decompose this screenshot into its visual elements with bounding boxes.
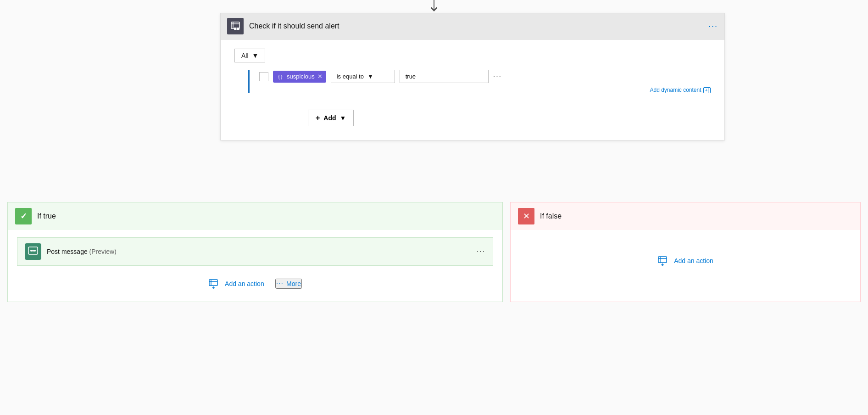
more-label: More: [286, 280, 301, 287]
svg-point-7: [30, 250, 32, 252]
operator-dropdown[interactable]: is equal to ▼: [331, 70, 395, 83]
operator-chevron: ▼: [367, 73, 373, 80]
tag-pill-label: suspicious: [287, 73, 315, 80]
condition-row-main: {} suspicious ✕ is equal to ▼: [259, 70, 711, 83]
if-true-add-action-button[interactable]: Add an action: [208, 279, 264, 289]
action-preview: (Preview): [89, 248, 117, 255]
tag-pill-icon: {}: [276, 73, 284, 81]
tag-pill-close[interactable]: ✕: [317, 73, 323, 80]
condition-title: Check if it should send alert: [249, 22, 703, 30]
dynamic-content-label: Add dynamic content: [650, 87, 701, 93]
add-icon: +: [316, 114, 320, 122]
all-dropdown[interactable]: All ▼: [234, 49, 265, 62]
svg-text:{}: {}: [278, 74, 283, 79]
if-true-add-action-label: Add an action: [225, 280, 264, 287]
action-menu-button[interactable]: ···: [477, 247, 485, 256]
if-true-label: If true: [37, 212, 56, 220]
if-false-add-action-label: Add an action: [674, 257, 713, 264]
bracket-line: [248, 70, 250, 93]
if-true-header: ✓ If true: [8, 202, 502, 230]
condition-icon-svg: [231, 22, 240, 31]
add-button-label: Add: [323, 114, 336, 122]
tag-pill: {} suspicious ✕: [273, 71, 326, 83]
if-false-add-action-button[interactable]: Add an action: [657, 256, 713, 266]
canvas: Check if it should send alert ··· All ▼: [0, 0, 868, 415]
row-more-button[interactable]: ···: [493, 73, 502, 81]
condition-card: Check if it should send alert ··· All ▼: [220, 13, 725, 140]
if-true-add-action-row: Add an action ··· More: [17, 273, 493, 294]
branch-container: ✓ If true Post message: [0, 202, 868, 302]
svg-rect-15: [658, 257, 667, 263]
if-true-body: Post message (Preview) ···: [8, 230, 502, 302]
post-message-title: Post message (Preview): [47, 248, 471, 255]
all-dropdown-label: All: [241, 52, 249, 59]
condition-menu-button[interactable]: ···: [708, 22, 718, 31]
svg-point-9: [34, 250, 36, 252]
condition-row-container: {} suspicious ✕ is equal to ▼: [248, 70, 711, 93]
if-false-icon: ✕: [518, 208, 534, 224]
condition-body: All ▼ {}: [221, 39, 724, 140]
if-false-add-action-row: Add an action: [520, 237, 851, 284]
operator-label: is equal to: [337, 73, 364, 80]
dynamic-content-badge: +|: [703, 87, 711, 93]
if-false-header: ✕ If false: [511, 202, 860, 230]
post-message-card: Post message (Preview) ···: [17, 237, 493, 266]
svg-rect-0: [231, 22, 239, 28]
value-input[interactable]: [400, 70, 489, 83]
more-button[interactable]: ··· More: [275, 279, 302, 289]
all-dropdown-chevron: ▼: [252, 52, 259, 59]
add-chevron: ▼: [340, 114, 346, 122]
svg-rect-10: [209, 280, 217, 286]
dynamic-content-row: Add dynamic content +|: [259, 85, 711, 93]
svg-point-8: [32, 250, 34, 252]
add-action-icon-svg: [208, 279, 221, 289]
if-false-body: Add an action: [511, 230, 860, 292]
condition-icon: [227, 18, 244, 34]
row-checkbox[interactable]: [259, 72, 268, 81]
condition-rows-wrapper: {} suspicious ✕ is equal to ▼: [248, 70, 711, 93]
post-message-icon: [25, 243, 41, 260]
if-false-label: If false: [540, 212, 562, 220]
if-false-add-action-icon: [657, 256, 670, 266]
add-button[interactable]: + Add ▼: [308, 110, 354, 126]
condition-header: Check if it should send alert ···: [221, 13, 724, 39]
more-dots: ···: [276, 280, 284, 288]
dynamic-content-link[interactable]: Add dynamic content +|: [650, 87, 711, 93]
if-true-icon: ✓: [15, 208, 32, 224]
condition-row-values: {} suspicious ✕ is equal to ▼: [259, 70, 711, 93]
if-false-panel: ✕ If false Add an action: [510, 202, 861, 302]
if-true-panel: ✓ If true Post message: [7, 202, 503, 302]
add-button-container: + Add ▼: [267, 101, 711, 126]
